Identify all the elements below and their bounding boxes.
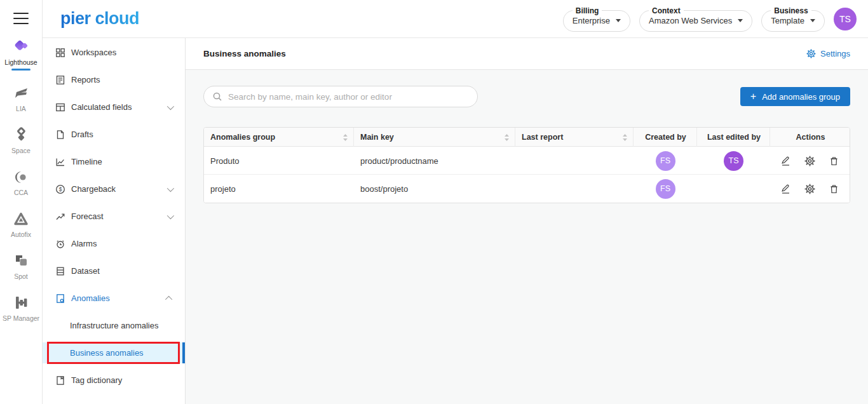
topbar-controls: Billing Enterprise Context Amazon Web Se… <box>563 6 857 32</box>
autofix-logo-icon <box>13 210 30 227</box>
sidebar-item-label: Drafts <box>71 130 93 139</box>
avatar[interactable]: FS <box>656 151 675 171</box>
page-header: Business anomalies Settings <box>186 38 868 70</box>
chevron-up-icon <box>165 295 172 302</box>
cell-anomalies-group: Produto <box>204 147 354 175</box>
top-bar: pier cloud Billing Enterprise Context Am… <box>43 0 868 38</box>
trash-icon[interactable] <box>829 184 839 194</box>
sidebar-item-label: Reports <box>71 75 100 84</box>
cell-last-edited-by: TS <box>697 147 770 175</box>
sort-icon <box>622 133 628 142</box>
sidebar-item-label: Business anomalies <box>70 348 144 358</box>
active-rail-indicator <box>11 69 31 71</box>
gear-icon <box>806 49 816 58</box>
gear-icon[interactable] <box>804 184 815 194</box>
column-header-last-report[interactable]: Last report <box>515 128 634 147</box>
sidebar-item-dataset[interactable]: Dataset <box>43 257 185 285</box>
chevron-down-icon <box>616 19 621 22</box>
cca-logo-icon <box>13 168 30 185</box>
rail-item-space[interactable]: Space <box>0 126 42 154</box>
add-button-label: Add anomalies group <box>762 92 840 102</box>
app-rail: Lighthouse LIA Space CCA <box>0 0 43 404</box>
tag-dictionary-icon <box>55 375 65 386</box>
sidebar-item-label: Calculated fields <box>71 102 132 112</box>
sort-icon <box>342 133 348 142</box>
rail-item-lia[interactable]: LIA <box>0 84 42 112</box>
chevron-down-icon <box>167 212 174 219</box>
toolbar: + Add anomalies group <box>203 86 850 107</box>
rail-item-autofix[interactable]: Autofix <box>0 210 42 238</box>
billing-selector-value: Enterprise <box>573 16 610 25</box>
calculated-fields-icon <box>55 102 65 112</box>
column-header-main-key[interactable]: Main key <box>354 128 515 147</box>
sidebar-item-business-anomalies[interactable]: Business anomalies <box>43 342 185 363</box>
business-selector[interactable]: Business Template <box>761 6 825 32</box>
sidebar-item-label: Alarms <box>71 239 97 248</box>
sidebar-item-label: Anomalies <box>71 293 110 303</box>
sidebar-item-tag-dictionary[interactable]: Tag dictionary <box>43 367 185 394</box>
search-input[interactable] <box>203 86 478 107</box>
cell-last-report <box>515 175 634 203</box>
sidebar-item-alarms[interactable]: Alarms <box>43 230 185 257</box>
rail-item-label: Space <box>11 147 31 154</box>
table-header-row: Anomalies group Main key Last report Cre… <box>204 128 850 147</box>
hamburger-menu-icon[interactable] <box>13 13 29 24</box>
rail-item-sp-manager[interactable]: SP Manager <box>0 294 42 322</box>
billing-selector[interactable]: Billing Enterprise <box>563 6 630 32</box>
avatar[interactable]: TS <box>724 151 743 171</box>
sidebar-item-workspaces[interactable]: Workspaces <box>43 39 185 66</box>
sidebar-item-timeline[interactable]: Timeline <box>43 148 185 175</box>
cell-main-key: boost/projeto <box>354 175 515 203</box>
user-avatar[interactable]: TS <box>834 8 857 30</box>
rail-item-cca[interactable]: CCA <box>0 168 42 196</box>
settings-link[interactable]: Settings <box>806 49 850 58</box>
context-selector[interactable]: Context Amazon Web Services <box>639 6 752 32</box>
rail-item-label: CCA <box>14 189 28 196</box>
billing-selector-label: Billing <box>573 6 602 15</box>
sidebar-item-label: Timeline <box>71 157 102 166</box>
sidebar-item-anomalies[interactable]: Anomalies <box>43 285 185 312</box>
add-anomalies-group-button[interactable]: + Add anomalies group <box>740 87 850 106</box>
column-header-last-edited-by: Last edited by <box>697 128 770 147</box>
chevron-down-icon <box>738 19 743 22</box>
workspaces-icon <box>55 48 65 58</box>
table-row: Produto product/productname FS TS <box>204 147 850 175</box>
sidebar-item-label: Dataset <box>71 266 100 276</box>
sidebar-item-reports[interactable]: Calculated fields Reports <box>43 66 185 93</box>
sort-icon <box>504 133 510 142</box>
sidebar-item-forecast[interactable]: Forecast <box>43 203 185 230</box>
sidebar-item-label: Forecast <box>71 212 104 221</box>
sidebar-item-label: Tag dictionary <box>71 375 122 385</box>
chevron-down-icon <box>810 19 815 22</box>
sidebar-item-chargeback[interactable]: $ Chargeback <box>43 175 185 203</box>
gear-icon[interactable] <box>804 156 815 166</box>
avatar[interactable]: FS <box>656 179 675 199</box>
trash-icon[interactable] <box>829 156 839 166</box>
rail-item-lighthouse[interactable]: Lighthouse <box>0 38 42 71</box>
rail-item-label: Autofix <box>11 231 31 238</box>
cell-main-key: product/productname <box>354 147 515 175</box>
page-title: Business anomalies <box>203 49 286 58</box>
sidebar-item-infrastructure-anomalies[interactable]: Infrastructure anomalies <box>43 312 185 339</box>
chargeback-icon: $ <box>55 184 65 194</box>
sidebar-item-label: Workspaces <box>71 48 116 57</box>
cell-last-edited-by <box>697 175 770 203</box>
sidebar-item-calculated-fields[interactable]: Calculated fields <box>43 93 185 121</box>
search-icon <box>212 91 222 102</box>
edit-icon[interactable] <box>780 156 791 166</box>
cell-last-report <box>515 147 634 175</box>
lia-logo-icon <box>13 84 30 102</box>
cell-created-by: FS <box>634 175 697 203</box>
rail-item-spot[interactable]: Spot <box>0 252 42 280</box>
drafts-icon <box>55 130 65 140</box>
anomalies-table: Anomalies group Main key Last report Cre… <box>203 127 850 203</box>
context-selector-value: Amazon Web Services <box>649 16 732 25</box>
sp-manager-logo-icon <box>13 294 30 311</box>
forecast-icon <box>55 212 65 222</box>
cell-anomalies-group: projeto <box>204 175 354 203</box>
edit-icon[interactable] <box>780 184 791 194</box>
plus-icon: + <box>750 91 756 102</box>
sidebar-item-drafts[interactable]: Drafts <box>43 121 185 148</box>
column-header-anomalies-group[interactable]: Anomalies group <box>204 128 354 147</box>
reports-icon <box>55 75 65 85</box>
